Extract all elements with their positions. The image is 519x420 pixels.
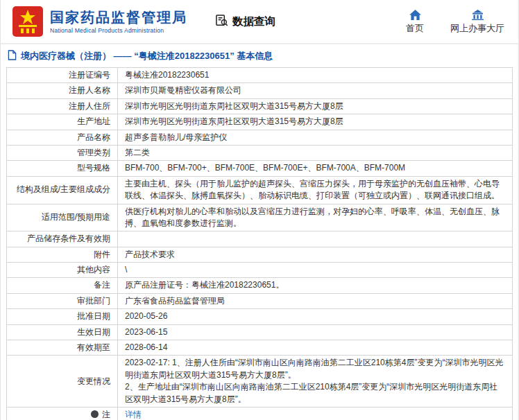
field-value: BFM-700、BFM-700+、BFM-700E、BFM-700E+、BFM-… (118, 161, 513, 176)
field-value: 主要由主机、探头（用于胎儿监护的超声探头、宫缩压力探头，用于母亲监护的无创血压袖… (118, 176, 513, 204)
field-value: 粤械注准20182230651 (118, 68, 513, 83)
registration-info-table: 注册证编号粤械注准20182230651 注册人名称深圳市贝斯曼精密仪器有限公司… (6, 67, 513, 420)
field-label: 注册人名称 (7, 83, 118, 98)
table-row: 注册人名称深圳市贝斯曼精密仪器有限公司 (7, 83, 513, 98)
field-value: 广东省食品药品监督管理局 (118, 293, 513, 308)
field-label: 管理类别 (7, 145, 118, 160)
field-label: 注册人住所 (7, 98, 118, 114)
field-value: 深圳市光明区光明街道东周社区双明大道315号易方大厦8层 (118, 98, 513, 114)
breadcrumb-text: 境内医疗器械（注册） —— “粤械注准20182230651” 基本信息 (21, 50, 273, 62)
table-row: 结构及组成/主要组成成分主要由主机、探头（用于胎儿监护的超声探头、宫缩压力探头，… (7, 176, 513, 204)
field-value (118, 231, 513, 247)
data-query-label: 数据查询 (232, 15, 275, 29)
field-label: 有效期至 (7, 340, 118, 356)
field-value: 2020-05-26 (118, 309, 513, 324)
nav-home-label: 首页 (406, 22, 424, 35)
field-value: 超声多普勒胎儿/母亲监护仪 (118, 130, 513, 145)
top-nav: 首页 网上办事大厅 (406, 9, 504, 35)
details-link[interactable]: 详情 (125, 410, 142, 419)
brand-text: 国家药品监督管理局 National Medical Products Admi… (50, 10, 187, 34)
table-row: 附件产品技术要求 (7, 247, 513, 262)
field-value: 产品技术要求 (118, 247, 513, 262)
table-row: 注册人住所深圳市光明区光明街道东周社区双明大道315号易方大厦8层 (7, 98, 513, 114)
data-query-icon (215, 14, 228, 30)
agency-name-cn: 国家药品监督管理局 (50, 10, 187, 26)
field-label: 批准日期 (7, 309, 118, 324)
field-value: 2028-06-14 (118, 340, 513, 356)
field-label: 注 (7, 407, 118, 420)
field-value: 原产品注册证号：粤械注准20182230651。 (118, 278, 513, 293)
field-label: 注册证编号 (7, 68, 118, 83)
table-row: 适用范围/预期用途供医疗机构对胎儿的心率和胎动以及宫缩压力进行监测，对孕妇的心率… (7, 204, 513, 231)
nav-service-hall[interactable]: 网上办事大厅 (450, 9, 504, 35)
field-label: 其他内容 (7, 263, 118, 278)
field-label: 审批部门 (7, 293, 118, 308)
field-value: \ (118, 263, 513, 278)
field-value: 供医疗机构对胎儿的心率和胎动以及宫缩压力进行监测，对孕妇的心率、呼吸率、体温、无… (118, 204, 513, 231)
field-value: 深圳市光明区光明街道东周社区双明大道315号易方大厦8层 (118, 114, 513, 130)
note-icon (91, 410, 99, 418)
field-label: 产品名称 (7, 130, 118, 145)
table-row: 变更情况2023-02-17: 1、注册人住所由“深圳市南山区向南路南油第二工业… (7, 356, 513, 408)
table-row: 生效日期2023-06-15 (7, 324, 513, 340)
home-icon (409, 9, 421, 20)
field-label: 适用范围/预期用途 (7, 204, 118, 231)
table-row: 管理类别第二类 (7, 145, 513, 160)
table-row: 注册证编号粤械注准20182230651 (7, 68, 513, 83)
field-label: 附件 (7, 247, 118, 262)
table-row: 批准日期2020-05-26 (7, 309, 513, 324)
service-hall-icon (472, 9, 484, 20)
table-row: 型号规格BFM-700、BFM-700+、BFM-700E、BFM-700E+、… (7, 161, 513, 176)
table-row: 其他内容\ (7, 263, 513, 278)
note-label: 注 (102, 410, 110, 419)
field-label: 生效日期 (7, 324, 118, 340)
field-label: 结构及组成/主要组成成分 (7, 176, 118, 204)
page: 国家药品监督管理局 National Medical Products Admi… (0, 0, 519, 420)
breadcrumb: 境内医疗器械（注册） —— “粤械注准20182230651” 基本信息 (1, 44, 518, 67)
nav-home[interactable]: 首页 (406, 9, 424, 35)
table-row: 审批部门广东省食品药品监督管理局 (7, 293, 513, 308)
site-header: 国家药品监督管理局 National Medical Products Admi… (1, 0, 518, 44)
nmpa-brand[interactable]: 国家药品监督管理局 National Medical Products Admi… (12, 6, 187, 37)
field-label: 型号规格 (7, 161, 118, 176)
table-row: 产品储存条件及有效期 (7, 231, 513, 247)
field-label: 生产地址 (7, 114, 118, 130)
field-value: 第二类 (118, 145, 513, 160)
table-row: 备注原产品注册证号：粤械注准20182230651。 (7, 278, 513, 293)
table-row: 产品名称超声多普勒胎儿/母亲监护仪 (7, 130, 513, 145)
field-value: 2023-02-17: 1、注册人住所由“深圳市南山区向南路南油第二工业区210… (118, 356, 513, 408)
field-label: 产品储存条件及有效期 (7, 231, 118, 247)
table-row: 生产地址深圳市光明区光明街道东周社区双明大道315号易方大厦8层 (7, 114, 513, 130)
field-label: 备注 (7, 278, 118, 293)
nav-service-hall-label: 网上办事大厅 (450, 22, 504, 35)
table-row: 有效期至2028-06-14 (7, 340, 513, 356)
data-query-title: 数据查询 (215, 14, 275, 30)
field-label: 变更情况 (7, 356, 118, 408)
field-value: 2023-06-15 (118, 324, 513, 340)
field-value: 深圳市贝斯曼精密仪器有限公司 (118, 83, 513, 98)
field-value: 详情 (118, 407, 513, 420)
document-icon (8, 50, 17, 62)
table-row-note: 注 详情 (7, 407, 513, 420)
agency-name-en: National Medical Products Administration (50, 27, 187, 34)
national-emblem-icon (12, 6, 44, 37)
